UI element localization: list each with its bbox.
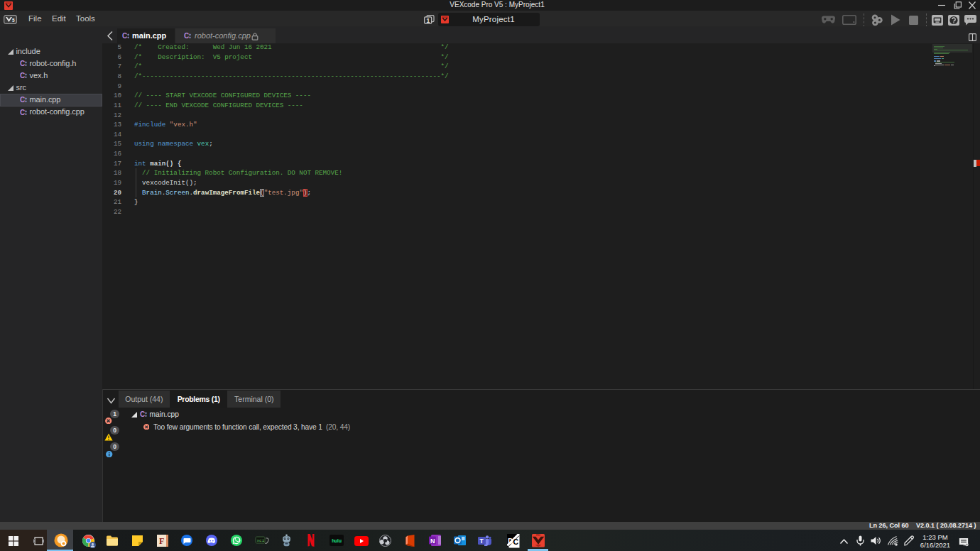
svg-text:F: F <box>159 536 164 546</box>
svg-text:T: T <box>480 538 484 545</box>
svg-text:C: C <box>20 72 25 80</box>
svg-text:xci: xci <box>257 538 265 543</box>
svg-text:C: C <box>20 109 25 116</box>
svg-text:1: 1 <box>427 17 430 24</box>
svg-text:C: C <box>122 32 127 40</box>
svg-text:C: C <box>20 60 25 67</box>
svg-text:C: C <box>184 32 189 40</box>
svg-text:PRO: PRO <box>535 534 540 537</box>
svg-text:hulu: hulu <box>332 538 342 543</box>
svg-text:C: C <box>513 538 519 546</box>
svg-text:N: N <box>430 538 435 545</box>
svg-text:C: C <box>20 96 25 104</box>
svg-text:5: 5 <box>12 18 15 23</box>
svg-text:C: C <box>140 410 145 418</box>
